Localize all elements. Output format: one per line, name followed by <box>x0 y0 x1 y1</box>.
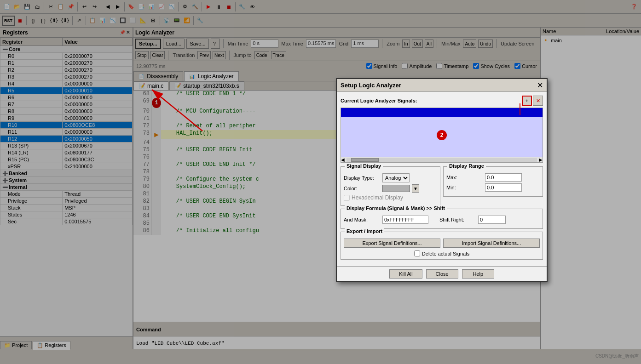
signal-display-title: Signal Display <box>345 163 383 169</box>
export-import-btns: Export Signal Definitions... Import Sign… <box>344 239 540 248</box>
and-mask-label: And Mask: <box>344 217 381 222</box>
formula-box: Display Formula (Signal & Mask) >> Shift… <box>341 209 543 229</box>
export-import-box: Export / Import Export Signal Definition… <box>341 232 543 260</box>
color-label: Color: <box>344 186 381 191</box>
signals-header: Current Logic Analyzer Signals: + ✕ <box>341 96 543 106</box>
display-type-row: Display Type: Analog Bit <box>344 173 437 182</box>
max-row: Max: <box>446 173 540 182</box>
scroll-thumb[interactable] <box>351 158 379 162</box>
add-signal-btn[interactable]: + <box>522 96 532 106</box>
color-swatch <box>382 185 410 192</box>
signal-scrollbar[interactable]: ◀ ▶ <box>341 157 543 162</box>
color-row: Color: ▼ <box>344 184 437 193</box>
signal-selected-row <box>341 108 543 117</box>
min-label: Min: <box>446 185 483 190</box>
display-range-title: Display Range <box>447 163 486 169</box>
min-input[interactable] <box>485 183 522 192</box>
signal-display-section: Signal Display Display Type: Analog Bit … <box>341 166 440 209</box>
shift-right-label: Shift Right: <box>439 217 476 222</box>
hex-display-row: Hexadecimal Display <box>344 194 437 201</box>
shift-right-input[interactable] <box>478 216 506 224</box>
remove-signal-btn[interactable]: ✕ <box>533 96 543 106</box>
max-label: Max: <box>446 175 483 180</box>
modal-overlay: Setup Logic Analyzer ✕ Current Logic Ana… <box>0 0 641 364</box>
scroll-track <box>346 158 537 162</box>
color-pick-btn[interactable]: ▼ <box>412 184 419 193</box>
scroll-right-arrow[interactable]: ▶ <box>539 157 543 162</box>
display-range-section: Display Range Max: Min: <box>443 166 543 209</box>
hex-display-label: Hexadecimal Display <box>352 194 403 201</box>
export-import-title: Export / Import <box>345 228 384 234</box>
max-input[interactable] <box>485 173 522 182</box>
export-signal-btn[interactable]: Export Signal Definitions... <box>344 239 440 248</box>
signal-display-box: Signal Display Display Type: Analog Bit … <box>341 166 440 206</box>
signal-list[interactable]: 2 ◀ ▶ <box>341 108 543 163</box>
help-modal-btn[interactable]: Help <box>462 269 494 279</box>
modal-body: Current Logic Analyzer Signals: + ✕ 2 ◀ … <box>337 92 547 266</box>
scroll-left-arrow[interactable]: ◀ <box>341 157 345 162</box>
signal-header-btns: + ✕ <box>522 96 543 106</box>
and-mask-row: And Mask: Shift Right: <box>344 216 540 224</box>
delete-row: Delete actual Signals <box>344 250 540 256</box>
two-col-section: Signal Display Display Type: Analog Bit … <box>341 166 543 209</box>
delete-label: Delete actual Signals <box>422 251 469 256</box>
display-range-box: Display Range Max: Min: <box>443 166 543 197</box>
modal-title-bar: Setup Logic Analyzer ✕ <box>337 79 547 92</box>
min-row: Min: <box>446 183 540 192</box>
hex-display-checkbox[interactable] <box>344 195 350 201</box>
close-modal-btn[interactable]: Close <box>426 269 458 279</box>
modal-footer: Kill All Close Help <box>337 266 547 281</box>
formula-title: Display Formula (Signal & Mask) >> Shift <box>345 205 447 211</box>
import-signal-btn[interactable]: Import Signal Definitions... <box>443 239 540 248</box>
display-type-select[interactable]: Analog Bit <box>382 173 410 182</box>
modal-close-btn[interactable]: ✕ <box>537 81 543 90</box>
delete-checkbox[interactable] <box>414 250 420 256</box>
modal-title: Setup Logic Analyzer <box>341 82 401 89</box>
annotation-2: 2 <box>437 130 447 140</box>
and-mask-input[interactable] <box>382 216 428 224</box>
setup-logic-analyzer-modal: Setup Logic Analyzer ✕ Current Logic Ana… <box>336 78 548 282</box>
display-type-label: Display Type: <box>344 175 381 181</box>
kill-all-btn[interactable]: Kill All <box>389 269 422 279</box>
signals-label: Current Logic Analyzer Signals: <box>341 98 417 103</box>
